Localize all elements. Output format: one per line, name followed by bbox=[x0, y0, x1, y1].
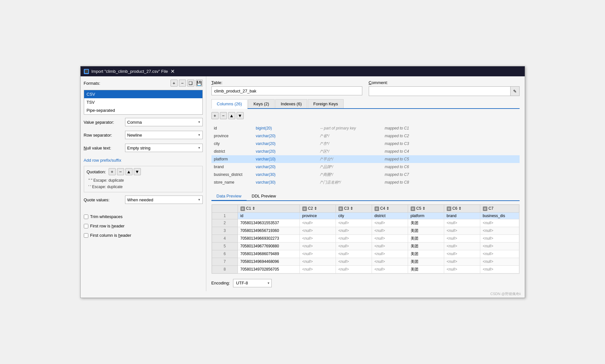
comment-input-wrapper: ✎ bbox=[369, 86, 520, 96]
copy-format-button[interactable]: ❑ bbox=[187, 80, 194, 87]
data-cell: platform bbox=[408, 212, 444, 219]
col-comment: -- part of primary key bbox=[318, 124, 382, 132]
encoding-select[interactable]: UTF-8 UTF-16 GBK bbox=[233, 279, 272, 287]
value-separator-select[interactable]: Comma Semicolon Tab bbox=[125, 118, 203, 126]
data-cell: <null> bbox=[480, 219, 519, 227]
close-button[interactable]: ✕ bbox=[171, 68, 175, 74]
quote-values-select[interactable]: When needed Always Never bbox=[125, 196, 203, 204]
col-icon-c7: ⊞ bbox=[483, 206, 487, 211]
move-column-down-button[interactable]: ▼ bbox=[237, 112, 244, 119]
data-cell: <null> bbox=[444, 265, 480, 273]
data-cell: <null> bbox=[336, 265, 372, 273]
add-quotation-button[interactable]: + bbox=[109, 168, 116, 175]
data-cell: <null> bbox=[372, 265, 408, 273]
table-row[interactable]: business_district varchar(30) /*商圈*/ map… bbox=[211, 171, 520, 178]
tab-indexes[interactable]: Indexes (6) bbox=[275, 99, 307, 108]
format-item-tsv[interactable]: TSV bbox=[84, 98, 202, 106]
data-row-6: 6 705801349686079489 <null> <null> <null… bbox=[212, 250, 519, 258]
format-item-csv[interactable]: CSV bbox=[84, 90, 202, 98]
remove-quotation-button[interactable]: − bbox=[117, 168, 124, 175]
quotation-toolbar: + − ▲ ▼ bbox=[109, 168, 141, 175]
tab-foreign-keys[interactable]: Foreign Keys bbox=[308, 99, 344, 108]
first-column-header-row: First column is header bbox=[84, 233, 203, 238]
col-header-c2[interactable]: ⊞C2 ⇕ bbox=[299, 205, 336, 213]
data-cell: 美团 bbox=[408, 227, 444, 235]
data-cell: <null> bbox=[444, 219, 480, 227]
data-cell: province bbox=[299, 212, 336, 219]
row-separator-wrapper: Newline CR CRLF bbox=[125, 131, 203, 139]
data-cell: <null> bbox=[299, 235, 336, 242]
data-table-container[interactable]: ⊞C1 ⇕ ⊞C2 ⇕ ⊞C3 ⇕ ⊞C4 ⇕ ⊞C5 ⇕ ⊞C6 ⇕ ⊞C7 … bbox=[211, 204, 520, 274]
table-row[interactable]: store_name varchar(30) /*门店名称*/ mapped t… bbox=[211, 178, 520, 186]
down-quotation-button[interactable]: ▼ bbox=[134, 168, 141, 175]
col-header-c1[interactable]: ⊞C1 ⇕ bbox=[238, 205, 299, 213]
add-row-prefix-link[interactable]: Add row prefix/suffix bbox=[84, 158, 203, 163]
table-name-input[interactable] bbox=[211, 86, 362, 95]
table-row[interactable]: province varchar(20) /*省*/ mapped to C2 bbox=[211, 132, 520, 140]
data-cell: <null> bbox=[372, 235, 408, 242]
quotation-label: Quotation: bbox=[87, 169, 106, 174]
save-format-button[interactable]: 💾 bbox=[196, 80, 203, 87]
remove-column-button[interactable]: − bbox=[220, 112, 227, 119]
col-header-c5[interactable]: ⊞C5 ⇕ bbox=[408, 205, 444, 213]
table-row[interactable]: city varchar(20) /*市*/ mapped to C3 bbox=[211, 140, 520, 148]
table-row[interactable]: district varchar(20) /*区*/ mapped to C4 bbox=[211, 148, 520, 155]
null-value-label: Null value text: bbox=[84, 146, 122, 150]
col-icon-c3: ⊞ bbox=[338, 206, 343, 211]
quotation-item-single[interactable]: ' ' Escape: duplicate bbox=[87, 184, 200, 190]
comment-input[interactable] bbox=[369, 87, 510, 96]
row-num-7: 7 bbox=[212, 258, 238, 265]
row-separator-select[interactable]: Newline CR CRLF bbox=[125, 131, 203, 139]
comment-edit-button[interactable]: ✎ bbox=[510, 87, 519, 96]
add-column-button[interactable]: + bbox=[211, 112, 219, 119]
data-row-1: 1 id province city district platform bra… bbox=[212, 212, 519, 219]
window-body: Formats: + − ❑ 💾 CSV TSV Pipe-separated … bbox=[81, 76, 525, 291]
data-cell: 705801349669302273 bbox=[238, 235, 299, 242]
quote-values-label: Quote values: bbox=[84, 197, 122, 202]
up-quotation-button[interactable]: ▲ bbox=[125, 168, 132, 175]
tab-keys[interactable]: Keys (2) bbox=[248, 99, 275, 108]
value-separator-label: Value separator: bbox=[84, 120, 122, 125]
columns-toolbar: + − ▲ ▼ bbox=[211, 112, 520, 119]
data-row-5: 5 705801349677690880 <null> <null> <null… bbox=[212, 242, 519, 250]
data-cell: <null> bbox=[480, 235, 519, 242]
data-cell: 705801349694468096 bbox=[238, 258, 299, 265]
table-row[interactable]: id bigint(20) -- part of primary key map… bbox=[211, 124, 520, 132]
col-header-c3[interactable]: ⊞C3 ⇕ bbox=[336, 205, 372, 213]
row-separator-row: Row separator: Newline CR CRLF bbox=[84, 131, 203, 139]
table-row[interactable]: brand varchar(20) /*品牌*/ mapped to C6 bbox=[211, 163, 520, 171]
data-cell: <null> bbox=[480, 265, 519, 273]
right-panel: Table: Comment: ✎ Columns (26) Keys (2) … bbox=[206, 76, 525, 291]
row-num-5: 5 bbox=[212, 242, 238, 250]
tab-data-preview[interactable]: Data Preview bbox=[211, 192, 247, 201]
trim-whitespaces-checkbox[interactable] bbox=[84, 215, 88, 219]
col-header-c6[interactable]: ⊞C6 ⇕ bbox=[444, 205, 480, 213]
remove-format-button[interactable]: − bbox=[179, 80, 186, 87]
data-cell: <null> bbox=[480, 250, 519, 258]
data-cell: <null> bbox=[299, 258, 336, 265]
left-panel: Formats: + − ❑ 💾 CSV TSV Pipe-separated … bbox=[81, 76, 206, 291]
data-cell: <null> bbox=[299, 219, 336, 227]
row-num-header bbox=[212, 205, 238, 213]
data-cell: <null> bbox=[336, 250, 372, 258]
data-cell: <null> bbox=[336, 258, 372, 265]
tab-columns[interactable]: Columns (26) bbox=[211, 99, 248, 109]
first-column-header-checkbox[interactable] bbox=[84, 233, 88, 238]
table-row-selected[interactable]: platform varchar(10) /*平台*/ mapped to C5 bbox=[211, 155, 520, 163]
first-row-header-checkbox[interactable] bbox=[84, 224, 88, 228]
data-cell: <null> bbox=[372, 258, 408, 265]
null-value-select[interactable]: Empty string NULL \N bbox=[125, 144, 203, 152]
add-format-button[interactable]: + bbox=[171, 80, 178, 87]
data-cell: <null> bbox=[299, 265, 336, 273]
col-header-c4[interactable]: ⊞C4 ⇕ bbox=[372, 205, 408, 213]
col-header-c7[interactable]: ⊞C7 bbox=[480, 205, 519, 213]
tab-ddl-preview[interactable]: DDL Preview bbox=[247, 192, 281, 200]
data-cell: 美团 bbox=[408, 258, 444, 265]
move-column-up-button[interactable]: ▲ bbox=[228, 112, 235, 119]
table-section: Table: bbox=[211, 80, 362, 95]
first-column-header-label: First column is header bbox=[90, 233, 132, 238]
format-item-pipe[interactable]: Pipe-separated bbox=[84, 106, 202, 114]
data-cell: 美团 bbox=[408, 250, 444, 258]
quotation-item-double[interactable]: " " Escape: duplicate bbox=[87, 177, 200, 184]
app-icon: ⬛ bbox=[84, 69, 89, 74]
